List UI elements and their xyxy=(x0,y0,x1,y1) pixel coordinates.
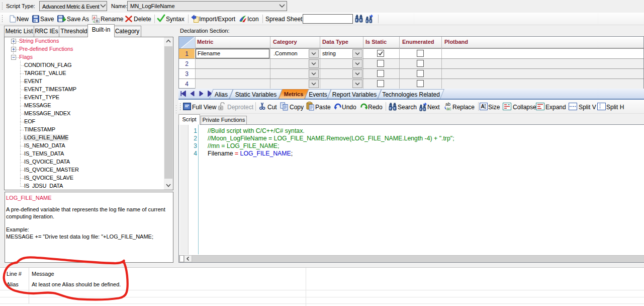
svg-text:ac: ac xyxy=(446,106,451,111)
svg-text:B: B xyxy=(96,19,99,23)
svg-text:A: A xyxy=(481,104,485,109)
